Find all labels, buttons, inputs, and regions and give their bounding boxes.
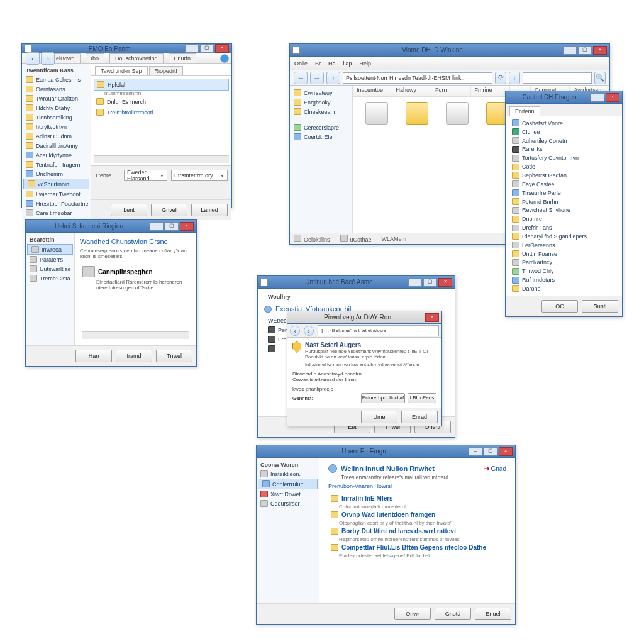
list-item[interactable]: Tortusfery Cavnton Ivn — [508, 153, 619, 162]
filetype-combo[interactable]: Etrstntettrm ory▼ — [171, 170, 228, 181]
cancel-button[interactable]: Tnwel — [156, 350, 192, 362]
file-icon[interactable] — [437, 101, 477, 131]
button[interactable]: Onwr — [394, 608, 431, 620]
button[interactable]: Gnotd — [435, 608, 471, 620]
sidebar-item[interactable]: Paraterrs — [26, 255, 74, 264]
file-icon[interactable] — [397, 101, 437, 131]
col[interactable]: Inacemtoe — [353, 86, 392, 96]
close-button[interactable]: × — [499, 447, 513, 456]
up-button[interactable]: ↑ — [326, 72, 340, 84]
refresh-button[interactable]: ⟳ — [495, 72, 506, 84]
maximize-button[interactable]: ▢ — [578, 46, 592, 55]
sidebar-item[interactable]: Trercb:Cista — [26, 274, 74, 283]
minimize-button[interactable]: – — [469, 447, 482, 456]
address-input[interactable]: Psllsoettent·Norr Hirresdn Teadl·tlI-EHS… — [343, 72, 492, 84]
tab[interactable]: Tawd tind-rr Sep — [95, 66, 148, 75]
close-button[interactable]: × — [606, 93, 619, 102]
minimize-button[interactable]: – — [563, 46, 577, 55]
menu-item[interactable]: Ha — [326, 60, 338, 67]
sidebar-item[interactable]: Hresrtoor Poactartne — [22, 199, 91, 208]
search-input[interactable] — [523, 72, 592, 84]
tab[interactable]: Enitenn — [509, 106, 540, 116]
tab[interactable]: Ibo — [86, 53, 105, 63]
list-item[interactable]: Cashefsrt Vnnre — [508, 119, 619, 128]
task-item[interactable]: Compettlar Fliul.Lis Bftén Gepens nfeclo… — [328, 542, 506, 553]
help-button[interactable] — [220, 54, 229, 63]
maximize-button[interactable]: ▢ — [423, 278, 437, 287]
sidebar-item[interactable]: Aceuldyrtynne — [22, 150, 91, 160]
sidebar-item[interactable]: Unclhemm — [22, 169, 91, 179]
minimize-button[interactable]: – — [150, 222, 164, 231]
col[interactable]: Hahuwy — [392, 86, 432, 96]
maximize-button[interactable]: ▢ — [200, 44, 214, 53]
list-item[interactable]: Dnomre — [508, 214, 619, 223]
sidebar-item[interactable]: Eamaa Cchesnns — [22, 75, 91, 84]
list-item[interactable]: Rlenaryl fhd Sigandiepers — [508, 232, 619, 241]
titlebar[interactable]: Vlome DH. D Winkinn – ▢ × — [290, 44, 609, 57]
menu-item[interactable]: Help — [358, 60, 374, 67]
maximize-button[interactable]: ▢ — [484, 447, 497, 456]
list-item[interactable]: Dnlpr Es Inerch — [94, 96, 229, 107]
minimize-button[interactable]: – — [591, 93, 604, 102]
task-item[interactable]: Borby Dut l/tint nd lares ds.wrrl rattev… — [328, 526, 506, 536]
list-item[interactable]: Drefrir Fans — [508, 223, 619, 232]
sidebar-item-selected[interactable]: vdShurtinnin — [23, 179, 89, 189]
sidebar-item[interactable]: Adlnst Oudnm — [22, 131, 91, 141]
file-icon[interactable] — [357, 101, 397, 131]
close-button[interactable]: × — [215, 44, 229, 53]
back-button[interactable]: ‹ — [26, 52, 40, 65]
scrollbar[interactable] — [94, 155, 229, 163]
inline-button[interactable]: LBL cEans — [408, 393, 436, 403]
inline-button[interactable]: Eclurerhpot Iinctiaf — [361, 393, 405, 403]
menu-item[interactable]: Br — [313, 60, 323, 67]
sidebar-item[interactable]: Uutswarltiae — [26, 264, 74, 274]
list-item-selected[interactable]: Hpkdal — [94, 79, 229, 91]
titlebar[interactable]: Caatml DH Etsrgen – × — [506, 91, 622, 104]
sidebar-item[interactable]: Cwrrsateuy — [290, 88, 352, 97]
task-item[interactable]: Inrrafin InE Mlers — [328, 493, 506, 504]
sidebar-item[interactable]: Tienbsemlking — [22, 113, 91, 122]
forward-button[interactable]: › — [304, 326, 314, 336]
list-item[interactable]: Ruf Irndetars — [508, 275, 619, 284]
sidebar-item[interactable]: Xiwrt Rowet — [257, 489, 319, 499]
cancel-button[interactable]: Enrad — [401, 411, 438, 423]
menu-item[interactable]: llap — [341, 60, 354, 67]
list-item[interactable]: Eaye Castee — [508, 180, 619, 189]
list-item[interactable]: Auhertiley Conetn — [508, 136, 619, 145]
sidebar-item[interactable]: Lwierbar Twebont — [22, 189, 91, 199]
titlebar[interactable]: Pirwnl velg Ar DtAY Ron × — [287, 311, 441, 324]
close-button[interactable]: × — [438, 278, 452, 287]
minimize-button[interactable]: – — [408, 278, 422, 287]
sidebar-item[interactable]: Tentnafon Iragern — [22, 160, 91, 169]
list-item[interactable]: Pardkartncy — [508, 258, 619, 267]
list-item[interactable]: Pcternd Bnrhn — [508, 197, 619, 206]
open-button[interactable]: Lent — [111, 204, 147, 216]
list-item[interactable]: Thrwod Chly — [508, 267, 619, 275]
help-button[interactable]: Lamed — [191, 204, 228, 216]
ok-button[interactable]: OC — [541, 300, 578, 313]
scrollbar[interactable] — [82, 331, 189, 339]
titlebar[interactable]: Uskei Sclrd heai Ringion – ▢ × — [26, 220, 196, 233]
sidebar-item[interactable]: Hdchty Dtahy — [22, 103, 91, 113]
sidebar-item[interactable]: Cereccrsiapre — [290, 123, 352, 132]
section-link[interactable]: Prenubon-Vnaren Howrsl — [328, 483, 506, 489]
list-item[interactable]: Cotle — [508, 162, 619, 171]
button[interactable]: Enuel — [475, 608, 511, 620]
task-item[interactable]: Orvnp Wad lutentdoen framgen — [328, 509, 506, 520]
list-item[interactable]: Darone — [508, 284, 619, 293]
tab[interactable]: Enurfn — [169, 53, 197, 63]
option-item[interactable]: Canmplinspeghen — [80, 264, 191, 279]
cancel-button[interactable]: Suntl — [582, 300, 618, 313]
tab[interactable]: Riopedrtl — [149, 66, 183, 75]
go-button[interactable]: ↓ — [509, 72, 520, 84]
dialog-address[interactable]: || < > lil eltmres'hw l. tetretnclosre — [318, 325, 439, 336]
col[interactable]: Fmrine — [471, 86, 511, 96]
list-item[interactable]: Rareliks — [508, 145, 619, 154]
badge-link[interactable]: Gnad — [491, 465, 506, 472]
titlebar[interactable]: Untinun brié Bacé Asme – ▢ × — [258, 276, 455, 289]
minimize-button[interactable]: – — [185, 44, 199, 53]
back-button[interactable]: ← — [294, 72, 308, 84]
back-button[interactable]: ‹ — [290, 326, 300, 336]
sidebar-item-selected[interactable]: Conlerrrulun — [258, 479, 318, 489]
list-item[interactable]: Sepherrst Gedfan — [508, 171, 619, 180]
